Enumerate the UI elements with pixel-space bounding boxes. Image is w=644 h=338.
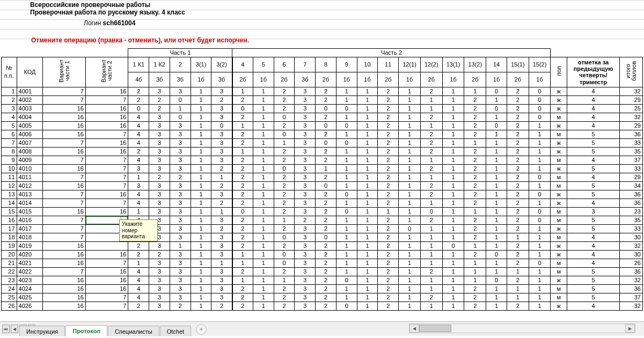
cell-prev[interactable]: 4 [567, 302, 620, 310]
cell-score[interactable]: 4 [128, 156, 149, 164]
cell-score[interactable]: 0 [336, 104, 357, 113]
cell-kod[interactable]: 4016 [17, 216, 43, 224]
cell-score[interactable]: 0 [232, 207, 253, 216]
cell-score[interactable]: 1 [253, 113, 274, 121]
cell-score[interactable]: 2 [378, 216, 399, 224]
cell-prev[interactable]: 4 [567, 156, 620, 164]
cell-score[interactable]: 1 [253, 276, 274, 284]
cell-score[interactable]: 4 [128, 130, 149, 138]
cell-score[interactable]: 2 [378, 130, 399, 138]
cell-pol[interactable]: м [551, 207, 567, 216]
cell-prev[interactable]: 5 [567, 138, 620, 147]
cell-score[interactable]: 4 [128, 138, 149, 147]
cell-score[interactable]: 3 [295, 190, 316, 199]
cell-score[interactable]: 1 [232, 276, 253, 284]
cell-score[interactable]: 1 [357, 156, 378, 164]
cell-score[interactable]: 1 [357, 259, 378, 267]
cell-var1[interactable]: 7 [43, 233, 86, 241]
cell-score[interactable]: 3 [211, 284, 232, 293]
cell-score[interactable]: 0 [316, 104, 336, 113]
cell-score[interactable]: 0 [336, 276, 357, 284]
cell-score[interactable]: 2 [507, 95, 529, 104]
cell-score[interactable]: 0 [316, 138, 336, 147]
cell-score[interactable]: 0 [529, 95, 551, 104]
table-row[interactable]: 26402616723212212320121112121ж432 [2, 302, 643, 310]
cell-score[interactable]: 1 [357, 164, 378, 173]
cell-score[interactable]: 1 [399, 164, 421, 173]
cell-pol[interactable]: ж [551, 250, 567, 259]
cell-score[interactable]: 2 [232, 216, 253, 224]
cell-score[interactable]: 3 [170, 207, 191, 216]
cell-score[interactable]: 1 [399, 302, 421, 310]
cell-score[interactable]: 3 [170, 147, 191, 156]
cell-score[interactable]: 2 [507, 302, 529, 310]
cell-score[interactable]: 2 [211, 164, 232, 173]
cell-score[interactable]: 2 [378, 241, 399, 250]
cell-pol[interactable]: м [551, 181, 567, 190]
cell-score[interactable]: 2 [170, 302, 191, 310]
cell-score[interactable]: 1 [529, 276, 551, 284]
cell-score[interactable]: 1 [399, 267, 421, 276]
cell-var2[interactable]: 7 [85, 302, 128, 310]
cell-score[interactable]: 1 [442, 302, 464, 310]
cell-score[interactable]: 1 [529, 164, 551, 173]
cell-prev[interactable]: 5 [567, 216, 620, 224]
cell-score[interactable]: 2 [232, 267, 253, 276]
cell-score[interactable]: 3 [149, 156, 170, 164]
cell-score[interactable]: 2 [128, 87, 149, 95]
cell-total[interactable]: 23 [619, 207, 642, 216]
scroll-left-icon[interactable]: ◀ [409, 324, 419, 333]
cell-score[interactable]: 0 [336, 121, 357, 130]
cell-score[interactable]: 1 [399, 250, 421, 259]
cell-score[interactable]: 1 [529, 147, 551, 156]
cell-score[interactable]: 2 [128, 302, 149, 310]
cell-npp[interactable]: 24 [2, 284, 17, 293]
cell-score[interactable]: 1 [507, 293, 529, 302]
cell-var2[interactable]: 7 [85, 259, 128, 267]
cell-score[interactable]: 1 [357, 284, 378, 293]
cell-score[interactable]: 1 [486, 199, 507, 207]
cell-npp[interactable]: 15 [2, 207, 17, 216]
cell-score[interactable]: 3 [170, 130, 191, 138]
cell-score[interactable]: 1 [232, 121, 253, 130]
cell-score[interactable]: 1 [191, 276, 211, 284]
cell-score[interactable]: 2 [420, 267, 442, 276]
cell-var2[interactable]: 16 [85, 147, 128, 156]
cell-score[interactable]: 2 [316, 156, 336, 164]
cell-var1[interactable]: 16 [43, 104, 86, 113]
cell-score[interactable]: 2 [316, 284, 336, 293]
table-row[interactable]: 240027722012212321121112120ж429 [2, 95, 643, 104]
table-row[interactable]: 7400771643313211300121211121ж533 [2, 138, 643, 147]
horizontal-scrollbar[interactable]: ◀ ▶ [409, 324, 635, 333]
cell-score[interactable]: 2 [274, 95, 295, 104]
cell-score[interactable]: 1 [336, 199, 357, 207]
cell-score[interactable]: 2 [464, 233, 486, 241]
cell-score[interactable]: 1 [357, 138, 378, 147]
cell-score[interactable]: 0 [529, 173, 551, 181]
cell-score[interactable]: 1 [399, 95, 421, 104]
cell-score[interactable]: 1 [486, 95, 507, 104]
cell-score[interactable]: 2 [274, 302, 295, 310]
cell-score[interactable]: 2 [507, 207, 529, 216]
cell-var2[interactable]: 16 [85, 267, 128, 276]
cell-prev[interactable]: 5 [567, 147, 620, 156]
cell-var2[interactable]: 16 [85, 113, 128, 121]
cell-score[interactable]: 3 [149, 284, 170, 293]
cell-score[interactable]: 1 [336, 216, 357, 224]
cell-score[interactable]: 3 [128, 181, 149, 190]
cell-total[interactable]: 32 [619, 302, 642, 310]
cell-score[interactable]: 3 [170, 190, 191, 199]
cell-var2[interactable]: 16 [85, 87, 128, 95]
cell-score[interactable]: 3 [295, 259, 316, 267]
cell-score[interactable]: 1 [399, 181, 421, 190]
cell-var1[interactable]: 16 [43, 164, 86, 173]
cell-score[interactable]: 1 [357, 130, 378, 138]
cell-score[interactable]: 0 [316, 181, 336, 190]
cell-score[interactable]: 1 [357, 216, 378, 224]
cell-total[interactable]: 30 [619, 250, 642, 259]
cell-score[interactable]: 2 [274, 241, 295, 250]
cell-score[interactable]: 1 [486, 113, 507, 121]
cell-score[interactable]: 1 [529, 121, 551, 130]
cell-total[interactable]: 36 [619, 199, 642, 207]
cell-kod[interactable]: 4014 [17, 199, 43, 207]
